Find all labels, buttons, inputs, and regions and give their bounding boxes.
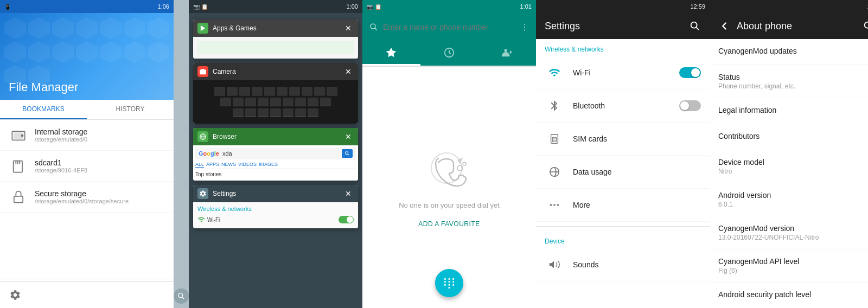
search-fab[interactable]: [174, 288, 189, 304]
svg-point-20: [524, 29, 525, 30]
about-item-legal[interactable]: Legal information: [710, 98, 868, 124]
sb2-left: 📷 📋: [193, 4, 208, 10]
status-time-3: 1:01: [520, 3, 532, 10]
nav-item-favorites[interactable]: [362, 41, 420, 66]
mini-wifi-toggle[interactable]: [339, 216, 354, 223]
about-item-contributors[interactable]: Contributors: [710, 124, 868, 150]
settings-mini-wifi: Wi-Fi: [197, 214, 354, 225]
settings-item-sounds[interactable]: Sounds: [536, 248, 710, 281]
settings-item-more[interactable]: More: [536, 189, 710, 222]
tab-history[interactable]: HISTORY: [87, 100, 174, 119]
more-setting-text: More: [573, 201, 701, 209]
settings-item-bluetooth[interactable]: Bluetooth: [536, 89, 710, 123]
settings-icon[interactable]: [9, 288, 22, 301]
close-settings-card[interactable]: ✕: [343, 189, 354, 198]
data-setting-icon: [545, 162, 564, 182]
back-arrow-icon[interactable]: [718, 20, 730, 32]
card-header-settings: Settings ✕: [193, 185, 358, 202]
about-title: About phone: [737, 21, 856, 32]
wireless-section-header: Wireless & networks: [536, 39, 710, 56]
top-stories-label: Top stories: [195, 170, 356, 178]
settings-card-section: Wireless & networks: [197, 206, 354, 212]
wifi-toggle[interactable]: [679, 67, 701, 78]
file-manager-tabs: BOOKMARKS HISTORY: [0, 100, 174, 120]
recent-card-browser[interactable]: Browser ✕ Google xda ALL APPS NEWS: [193, 128, 358, 181]
close-browser-card[interactable]: ✕: [343, 132, 354, 141]
dialpad-fab[interactable]: [435, 269, 463, 297]
svg-point-29: [463, 162, 466, 165]
about-item-device-model[interactable]: Device model Nitro: [710, 150, 868, 183]
footer-divider: [0, 279, 174, 279]
recent-card-camera[interactable]: Camera ✕: [193, 63, 358, 124]
more-options-icon[interactable]: [520, 22, 529, 32]
settings-item-data[interactable]: Data usage: [536, 156, 710, 189]
svg-point-38: [452, 284, 454, 286]
status-bar-left-icons: 📱: [4, 4, 11, 10]
notification-icons: 📱: [4, 4, 11, 10]
settings-card-content: Wireless & networks Wi-Fi: [193, 202, 358, 228]
panel1-right-bar: [174, 0, 189, 308]
about-item-cyanogenmod-version[interactable]: CyanogenMod version 13.0-20160722-UNOFFI…: [710, 216, 868, 249]
recent-card-settings[interactable]: Settings ✕ Wireless & networks Wi-Fi: [193, 185, 358, 228]
card-header-camera: Camera ✕: [193, 63, 358, 80]
tab-bookmarks[interactable]: BOOKMARKS: [0, 100, 87, 119]
svg-marker-51: [550, 261, 554, 268]
svg-point-35: [452, 281, 454, 283]
recent-card-apps[interactable]: Apps & Games ✕: [193, 20, 358, 59]
status-bar-2: 📷 📋 1:00: [189, 0, 362, 13]
about-item-cyanogenmod-updates[interactable]: CyanogenMod updates: [710, 39, 868, 65]
sim-setting-text: SIM cards: [573, 134, 701, 143]
svg-point-18: [524, 24, 525, 25]
settings-item-wifi[interactable]: Wi-Fi: [536, 56, 710, 89]
card-header-apps: Apps & Games ✕: [193, 20, 358, 37]
about-item-security-patch[interactable]: Android security patch level: [710, 283, 868, 308]
svg-marker-21: [386, 48, 396, 57]
list-item-sdcard[interactable]: sdcard1 /storage/9016-4EF8: [0, 151, 174, 182]
svg-point-19: [524, 27, 525, 28]
sb3-left: 📷 📋: [367, 4, 381, 10]
wifi-setting-text: Wi-Fi: [573, 68, 679, 77]
svg-line-41: [696, 27, 698, 29]
keyboard-preview: [193, 80, 358, 124]
add-favourite-button[interactable]: ADD A FAVOURITE: [418, 220, 480, 228]
about-header: About phone: [710, 13, 868, 39]
internal-storage-text: Internal storage /storage/emulated/0: [35, 127, 87, 143]
data-setting-text: Data usage: [573, 168, 701, 176]
list-item-secure-storage[interactable]: Secure storage /storage/emulated/0/stora…: [0, 182, 174, 213]
settings-header: Settings: [536, 13, 710, 39]
dialer-search-input[interactable]: [383, 23, 515, 31]
browser-tabs: ALL APPS NEWS VIDEOS IMAGES: [195, 162, 356, 169]
svg-point-32: [452, 278, 454, 280]
status-time-1: 1:06: [158, 3, 169, 10]
google-logo: Google: [199, 150, 219, 157]
settings-search-icon[interactable]: [689, 20, 701, 32]
about-item-status[interactable]: Status Phone number, signal, etc.: [710, 65, 868, 98]
search-btn[interactable]: [342, 149, 353, 158]
browser-icon: [197, 131, 208, 142]
file-manager-title: File Manager: [9, 80, 165, 94]
bluetooth-toggle[interactable]: [679, 100, 701, 111]
about-item-cyanogenmod-api[interactable]: CyanogenMod API level Fig (6): [710, 249, 868, 283]
dialpad-icon: [442, 276, 456, 290]
svg-point-33: [444, 281, 446, 283]
svg-line-17: [375, 28, 376, 30]
status-bar-5: 1:00: [710, 0, 868, 13]
svg-point-48: [550, 204, 552, 206]
wifi-setting-icon: [545, 63, 564, 82]
camera-card-content: [193, 80, 358, 124]
nav-item-recent[interactable]: [420, 41, 478, 66]
nav-item-contacts[interactable]: [478, 41, 536, 66]
bluetooth-setting-text: Bluetooth: [573, 101, 679, 110]
status-time-4: 12:59: [690, 3, 705, 10]
more-setting-icon: [545, 195, 564, 215]
settings-divider: [536, 226, 710, 227]
sdcard-icon: [9, 156, 28, 176]
list-item-internal-storage[interactable]: Internal storage /storage/emulated/0: [0, 120, 174, 151]
svg-point-31: [448, 278, 450, 280]
close-apps-card[interactable]: ✕: [343, 24, 354, 33]
about-search-icon[interactable]: [863, 20, 868, 32]
close-camera-card[interactable]: ✕: [343, 67, 354, 76]
svg-point-50: [557, 204, 559, 206]
about-item-android-version[interactable]: Android version 6.0.1: [710, 183, 868, 216]
settings-item-sim[interactable]: SIM cards: [536, 123, 710, 156]
